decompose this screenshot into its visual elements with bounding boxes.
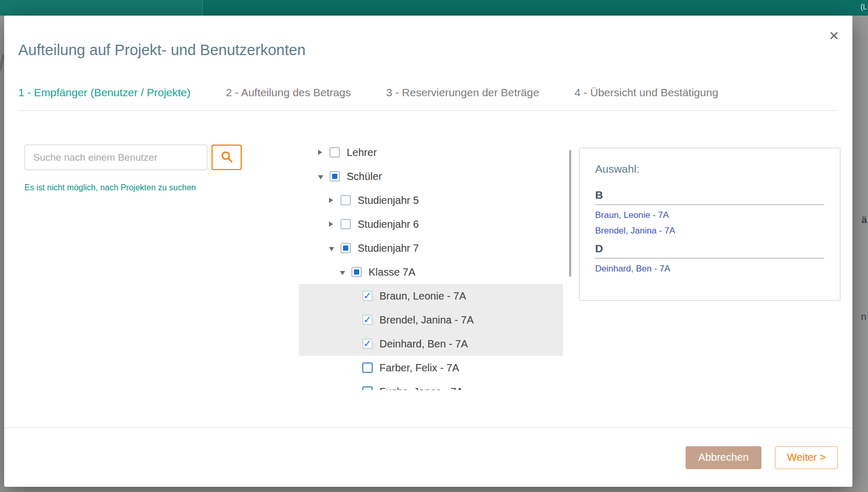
tree-indent-spacer <box>351 362 362 373</box>
checkbox-indeterminate[interactable] <box>351 267 362 277</box>
checkbox[interactable] <box>362 386 373 390</box>
tree-item-lehrer[interactable]: Lehrer <box>299 140 563 164</box>
tree-item-label: Studienjahr 6 <box>358 218 419 230</box>
tree-indent-spacer <box>351 290 362 302</box>
selection-group-letter: B <box>595 189 824 205</box>
checkbox-checked[interactable] <box>362 315 373 325</box>
selection-group-letter: D <box>595 242 824 258</box>
tree-item-braun-leonie[interactable]: Braun, Leonie - 7A <box>299 284 563 308</box>
chevron-down-icon[interactable] <box>318 171 330 182</box>
tree-indent-spacer <box>351 338 362 349</box>
background-topbar-segment <box>0 0 203 16</box>
background-text-fragment: ä <box>861 214 867 226</box>
tree-item-schueler[interactable]: Schüler <box>299 164 563 188</box>
tree-item-label: Studienjahr 7 <box>358 242 419 254</box>
close-icon[interactable]: × <box>829 27 839 44</box>
checkbox[interactable] <box>340 219 351 229</box>
checkbox[interactable] <box>340 195 351 205</box>
tree-item-fuchs-jonas[interactable]: Fuchs, Jonas - 7A <box>299 380 563 390</box>
background-app-topbar <box>0 0 868 16</box>
user-tree: Lehrer Schüler Studienjahr 5 Studienjahr… <box>299 140 563 390</box>
tree-item-brendel-janina[interactable]: Brendel, Janina - 7A <box>299 308 563 332</box>
chevron-down-icon[interactable] <box>329 242 340 254</box>
chevron-right-icon[interactable] <box>318 147 330 158</box>
tree-indent-spacer <box>351 314 362 326</box>
step-tab-recipients[interactable]: 1 - Empfänger (Benutzer / Projekte) <box>18 86 190 99</box>
screen: W (L ä n × Aufteilung auf Projekt- und B… <box>0 0 868 492</box>
step-tab-amount-split[interactable]: 2 - Aufteilung des Betrags <box>226 86 351 99</box>
cancel-button[interactable]: Abbrechen <box>686 446 762 469</box>
user-search-input[interactable] <box>24 145 207 170</box>
tree-item-label: Lehrer <box>347 147 377 159</box>
checkbox-indeterminate[interactable] <box>340 243 351 253</box>
tree-indent-spacer <box>351 386 362 390</box>
selection-item[interactable]: Brendel, Janina - 7A <box>595 226 824 236</box>
selection-panel: Auswahl: B Braun, Leonie - 7A Brendel, J… <box>579 148 840 301</box>
next-button[interactable]: Weiter > <box>775 446 838 469</box>
background-text-fragment: n <box>861 311 866 322</box>
tree-item-label: Studienjahr 5 <box>358 195 419 206</box>
selection-title: Auswahl: <box>595 163 824 175</box>
tree-item-klasse-7a[interactable]: Klasse 7A <box>299 260 563 284</box>
checkbox[interactable] <box>330 147 340 158</box>
tree-item-label: Farber, Felix - 7A <box>379 362 459 374</box>
step-tab-summary[interactable]: 4 - Übersicht und Bestätigung <box>574 86 718 99</box>
split-amount-dialog: × Aufteilung auf Projekt- und Benutzerko… <box>4 16 852 487</box>
search-button[interactable] <box>212 145 242 170</box>
tree-item-studienjahr-7[interactable]: Studienjahr 7 <box>299 236 563 260</box>
tree-item-farber-felix[interactable]: Farber, Felix - 7A <box>299 356 563 380</box>
step-tab-reservations[interactable]: 3 - Reservierungen der Beträge <box>386 86 539 99</box>
tree-item-label: Klasse 7A <box>369 266 415 278</box>
background-text-fragment: (L <box>861 3 867 11</box>
wizard-steps: 1 - Empfänger (Benutzer / Projekte) 2 - … <box>18 86 718 99</box>
tree-item-label: Braun, Leonie - 7A <box>379 290 466 302</box>
selection-item[interactable]: Deinhard, Ben - 7A <box>595 264 824 274</box>
tree-item-label: Schüler <box>347 171 382 183</box>
checkbox[interactable] <box>362 362 373 373</box>
checkbox-checked[interactable] <box>362 291 373 301</box>
chevron-down-icon[interactable] <box>340 266 351 278</box>
tree-item-studienjahr-6[interactable]: Studienjahr 6 <box>299 212 563 236</box>
search-icon <box>220 150 234 165</box>
dialog-title: Aufteilung auf Projekt- und Benutzerkont… <box>18 42 306 59</box>
checkbox-indeterminate[interactable] <box>330 171 340 182</box>
dialog-footer: Abbrechen Weiter > <box>4 428 852 487</box>
tree-scrollbar[interactable] <box>569 150 571 277</box>
chevron-right-icon[interactable] <box>329 195 340 206</box>
selection-item[interactable]: Braun, Leonie - 7A <box>595 210 824 221</box>
checkbox-checked[interactable] <box>362 339 373 349</box>
search-hint-text: Es ist nicht möglich, nach Projekten zu … <box>24 183 196 192</box>
chevron-right-icon[interactable] <box>329 218 340 230</box>
tree-item-label: Fuchs, Jonas - 7A <box>379 386 463 391</box>
tree-item-deinhard-ben[interactable]: Deinhard, Ben - 7A <box>299 332 563 356</box>
tree-item-label: Brendel, Janina - 7A <box>379 314 474 326</box>
tree-item-label: Deinhard, Ben - 7A <box>379 338 468 350</box>
tabs-divider <box>18 110 838 111</box>
tree-item-studienjahr-5[interactable]: Studienjahr 5 <box>299 188 563 212</box>
